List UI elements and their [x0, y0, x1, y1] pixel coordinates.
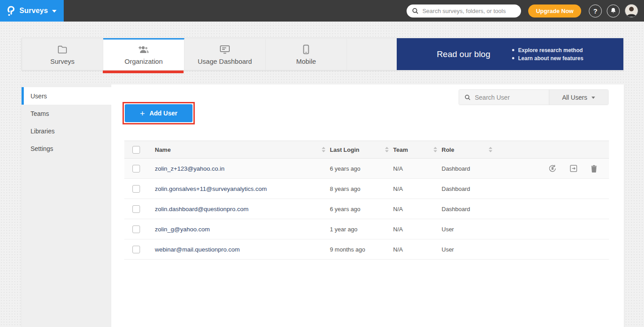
user-email-link[interactable]: zolin.dashboard@questionpro.com [155, 206, 249, 212]
notifications-button[interactable] [607, 4, 620, 18]
user-filter-dropdown[interactable]: All Users [549, 90, 608, 105]
add-user-button[interactable]: + Add User [125, 104, 193, 122]
chevron-down-icon [52, 10, 57, 13]
table-row: zolin_z+123@yahoo.co.in 6 years ago N/A … [124, 159, 609, 179]
blog-bullet: Learn about new features [512, 55, 583, 62]
user-search-filter-group: All Users [459, 89, 609, 105]
tab-organization[interactable]: Organization [103, 38, 184, 70]
global-search[interactable] [407, 4, 521, 18]
module-tab-bar: Surveys Organization Usage Dashboard Mob… [22, 38, 624, 71]
plus-icon: + [140, 109, 145, 118]
users-table-header: Name Last Login Team Role [124, 141, 609, 159]
mobile-icon [303, 44, 309, 54]
role-value: Dashboard [442, 165, 497, 172]
row-checkbox[interactable] [132, 225, 140, 233]
last-login-value: 9 months ago [330, 246, 393, 253]
help-button[interactable]: ? [589, 4, 602, 18]
row-checkbox[interactable] [132, 205, 140, 213]
row-checkbox[interactable] [132, 165, 140, 172]
sidebar-item-label: Settings [31, 145, 53, 152]
role-value: Dashboard [442, 186, 497, 192]
chevron-down-icon [591, 97, 595, 99]
delete-icon[interactable] [590, 164, 598, 173]
select-all-checkbox[interactable] [132, 146, 140, 154]
tab-label: Surveys [50, 57, 74, 65]
search-icon [464, 94, 471, 101]
column-header-last-login[interactable]: Last Login [330, 146, 393, 153]
last-login-value: 1 year ago [330, 226, 393, 233]
table-row: zolin.gonsalves+11@surveyanalytics.com 8… [124, 179, 609, 199]
annotation-highlight-add-user: + Add User [123, 102, 195, 124]
dashboard-icon [219, 44, 230, 54]
sidebar-item-libraries[interactable]: Libraries [22, 122, 111, 140]
user-search[interactable] [459, 90, 549, 105]
questionpro-logo-icon [7, 5, 15, 17]
tab-usage-dashboard[interactable]: Usage Dashboard [184, 38, 266, 70]
users-table: Name Last Login Team Role zolin [124, 141, 609, 260]
table-row: zolin.dashboard@questionpro.com 6 years … [124, 199, 609, 219]
blog-bullet-list: Explore research method Learn about new … [512, 45, 583, 63]
tab-surveys[interactable]: Surveys [22, 38, 103, 70]
user-email-link[interactable]: zolin_z+123@yahoo.co.in [155, 165, 224, 172]
tab-label: Mobile [296, 57, 316, 65]
tab-mobile[interactable]: Mobile [266, 38, 347, 70]
team-value: N/A [393, 186, 442, 192]
user-email-link[interactable]: webinar@mail.questionpro.com [155, 246, 240, 253]
role-value: User [442, 246, 497, 253]
sidebar-item-label: Users [31, 93, 47, 100]
user-filter-label: All Users [562, 94, 587, 101]
tab-bar-filler [347, 38, 397, 70]
row-checkbox[interactable] [132, 246, 140, 253]
organization-panel: Users Teams Libraries Settings All Users… [22, 84, 624, 327]
user-search-input[interactable] [475, 94, 543, 101]
login-as-user-icon[interactable] [569, 164, 578, 173]
column-header-role[interactable]: Role [442, 146, 497, 153]
users-main-area: All Users + Add User Name Last Login [111, 84, 624, 327]
global-search-input[interactable] [422, 8, 516, 14]
folder-icon [57, 44, 67, 54]
team-value: N/A [393, 226, 442, 233]
person-add-icon [138, 44, 149, 54]
tab-label: Organization [124, 57, 162, 65]
read-our-blog-banner[interactable]: Read our blog Explore research method Le… [397, 38, 623, 70]
sidebar-item-label: Teams [31, 110, 49, 117]
blog-bullet: Explore research method [512, 47, 583, 53]
role-value: Dashboard [442, 206, 497, 212]
user-email-link[interactable]: zolin_g@yahoo.com [155, 226, 210, 233]
reset-password-icon[interactable] [548, 164, 557, 173]
add-user-label: Add User [149, 110, 177, 117]
last-login-value: 8 years ago [330, 186, 393, 192]
bell-icon [610, 7, 617, 14]
table-row: zolin_g@yahoo.com 1 year ago N/A User [124, 219, 609, 239]
table-row: webinar@mail.questionpro.com 9 months ag… [124, 239, 609, 260]
product-label: Surveys [19, 7, 48, 15]
column-header-name[interactable]: Name [155, 146, 330, 153]
column-header-team[interactable]: Team [393, 146, 442, 153]
user-email-link[interactable]: zolin.gonsalves+11@surveyanalytics.com [155, 186, 267, 192]
team-value: N/A [393, 246, 442, 253]
row-checkbox[interactable] [132, 185, 140, 193]
table-body: zolin_z+123@yahoo.co.in 6 years ago N/A … [124, 159, 609, 260]
upgrade-now-button[interactable]: Upgrade Now [528, 4, 581, 18]
user-avatar[interactable] [625, 4, 638, 18]
team-value: N/A [393, 206, 442, 212]
sidebar-item-label: Libraries [31, 128, 55, 135]
top-bar: Surveys Upgrade Now ? [0, 0, 644, 22]
organization-sidebar: Users Teams Libraries Settings [22, 84, 111, 327]
role-value: User [442, 226, 497, 233]
sidebar-item-teams[interactable]: Teams [22, 105, 111, 122]
row-actions [497, 164, 609, 173]
last-login-value: 6 years ago [330, 165, 393, 172]
blog-banner-title: Read our blog [437, 49, 490, 59]
sort-icon[interactable] [489, 147, 492, 152]
product-switcher[interactable]: Surveys [0, 0, 64, 22]
question-mark-icon: ? [593, 7, 597, 15]
sort-icon[interactable] [385, 147, 389, 152]
sidebar-item-users[interactable]: Users [22, 87, 111, 105]
last-login-value: 6 years ago [330, 206, 393, 212]
sidebar-item-settings[interactable]: Settings [22, 140, 111, 157]
search-icon [412, 8, 419, 14]
sort-icon[interactable] [434, 147, 437, 152]
sort-icon[interactable] [322, 147, 325, 152]
annotation-highlight-organization-tab [103, 71, 184, 73]
